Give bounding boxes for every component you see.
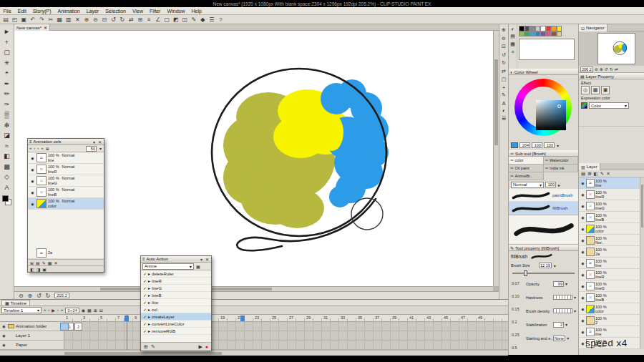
action-set-select[interactable]: Anime ▾ xyxy=(142,263,194,270)
menu-item[interactable]: Filter xyxy=(147,9,165,14)
color-swatch[interactable] xyxy=(557,31,562,37)
help-icon[interactable]: ? xyxy=(216,16,225,24)
redo-icon[interactable]: ↷ xyxy=(37,16,47,24)
chevron-down-icon[interactable]: ▾ xyxy=(556,143,560,148)
parameter-value[interactable]: None xyxy=(553,336,565,341)
timeline-ruler[interactable]: 1357911131517192123252729313335373941434… xyxy=(0,315,508,322)
visibility-eye-icon[interactable]: ◉ xyxy=(30,179,35,183)
timeline-select[interactable]: Timeline 1 ▾ xyxy=(1,307,42,313)
layer-row[interactable]: ◉ 100 % color xyxy=(579,223,640,235)
color-swatch[interactable] xyxy=(535,26,541,31)
action-row[interactable]: ✓ ▸ createLayer xyxy=(141,313,211,321)
track-header[interactable]: ◉ Animation folder xyxy=(0,322,64,331)
track-header[interactable]: ◉ Paper xyxy=(0,341,64,349)
preset-value[interactable]: 0.15 xyxy=(512,303,526,315)
select-none-icon[interactable]: ▢ xyxy=(162,16,172,24)
track-body[interactable] xyxy=(64,341,508,349)
pen-icon[interactable]: ✎ xyxy=(502,92,506,98)
delete-layer-icon[interactable]: ✕ xyxy=(606,171,610,177)
figure-tool-icon[interactable]: ◇ xyxy=(1,172,13,182)
brush-item[interactable]: fillBrush xyxy=(509,202,578,215)
preset-value[interactable]: 0.25 xyxy=(512,328,526,341)
expand-arrow-icon[interactable]: ▸ xyxy=(148,328,150,333)
register-cel-icon[interactable]: ⊞ xyxy=(30,260,34,265)
record-action-icon[interactable]: ● xyxy=(205,344,208,350)
visibility-eye-icon[interactable]: ◉ xyxy=(30,167,35,172)
rotate-left-icon[interactable]: ↺ xyxy=(109,16,118,24)
rotate-cw-icon[interactable]: ↻ xyxy=(502,60,506,66)
menu-icon[interactable]: ☰ xyxy=(502,116,506,122)
rotate-cw-icon[interactable]: ↻ xyxy=(610,67,613,72)
onion-prev-icon[interactable]: ◧ xyxy=(30,267,34,272)
main-color-chip[interactable] xyxy=(2,195,9,202)
expand-arrow-icon[interactable]: ▸ xyxy=(148,285,150,290)
sub-tool-tab[interactable]: ✑AnimeBr.. xyxy=(509,172,544,180)
hue-ring[interactable] xyxy=(514,79,572,136)
marquee-tool-icon[interactable]: ▢ xyxy=(1,47,13,58)
cel-settings-icon[interactable]: ▦ xyxy=(48,260,52,265)
color-swatch[interactable] xyxy=(546,31,552,37)
fit-screen-icon[interactable]: ⊡ xyxy=(100,16,109,24)
blend-opacity-value[interactable]: 100 xyxy=(545,182,556,187)
color-picker-dot[interactable] xyxy=(557,104,561,108)
check-icon[interactable]: ✓ xyxy=(143,278,147,283)
animation-cels-titlebar[interactable]: ≡ Animation cels ▾ ✕ xyxy=(28,139,104,145)
color-swatch[interactable] xyxy=(519,31,525,37)
pen-settings-icon[interactable]: ✎ xyxy=(190,16,199,24)
menu-item[interactable]: Help xyxy=(188,9,205,14)
expand-arrow-icon[interactable]: ▸ xyxy=(148,278,150,283)
rotate-ccw-icon[interactable]: ↺ xyxy=(34,292,44,300)
text-tool-icon[interactable]: A xyxy=(1,182,13,193)
move-tool-icon[interactable]: + xyxy=(1,37,13,48)
action-row[interactable]: ✓ ▸ lineR xyxy=(141,278,211,285)
play-icon[interactable]: ▶ xyxy=(52,308,55,313)
gradient-tool-icon[interactable]: ▩ xyxy=(1,162,13,172)
chevron-down-icon[interactable]: ▾ xyxy=(573,295,577,300)
expand-arrow-icon[interactable]: ▸ xyxy=(148,314,150,319)
visibility-eye-icon[interactable]: ◉ xyxy=(580,250,585,254)
launcher-icon[interactable]: ☰ xyxy=(208,16,217,24)
visibility-eye-icon[interactable]: ◉ xyxy=(580,192,585,197)
border-effect-icon[interactable]: ◎ xyxy=(581,86,590,94)
color-swatch[interactable] xyxy=(540,26,546,31)
zoom-in-icon[interactable]: ⊕ xyxy=(502,27,506,33)
menu-item[interactable]: Story(P) xyxy=(29,9,54,14)
snap-ruler-icon[interactable]: ≡ xyxy=(145,16,154,24)
cel-layer-row[interactable]: ◉ 100 %Normal line xyxy=(28,152,104,164)
layer-color-effect-icon[interactable]: ▣ xyxy=(601,86,610,94)
color-swatch[interactable] xyxy=(530,31,535,37)
cel-layer-row[interactable]: ◉ 100 %Normal lineB xyxy=(28,187,104,198)
eyedropper-icon[interactable]: ◓ xyxy=(502,85,505,90)
track-eye-icon[interactable]: ◉ xyxy=(1,333,6,338)
action-menu-icon[interactable]: ▦ xyxy=(195,264,201,269)
brush-item[interactable]: paintBrush xyxy=(509,189,578,202)
action-row[interactable]: ✓ ▸ col xyxy=(141,306,211,313)
new-folder-icon[interactable]: ⊞ xyxy=(587,171,591,177)
sub-tool-tab[interactable]: ✑Watercolor xyxy=(544,157,579,165)
eraser-tool-icon[interactable]: ◪ xyxy=(1,130,13,141)
zoom-out-icon[interactable]: ⊖ xyxy=(91,16,100,24)
check-icon[interactable]: ✓ xyxy=(143,293,147,298)
parameter-segment-control[interactable] xyxy=(553,295,572,300)
zoom-in-icon[interactable]: ⊕ xyxy=(600,67,603,72)
go-end-icon[interactable]: » xyxy=(61,308,63,313)
loop-icon[interactable]: ◉ xyxy=(82,308,85,313)
new-canvas-icon[interactable]: ▤ xyxy=(1,16,11,24)
rotate-right-icon[interactable]: ↻ xyxy=(118,16,127,24)
material-icon[interactable]: ◆ xyxy=(198,16,208,24)
close-icon[interactable]: ✕ xyxy=(97,140,102,145)
parameter-value[interactable]: 2 xyxy=(553,322,564,328)
scrollbar-thumb[interactable] xyxy=(494,59,498,145)
auto-select-tool-icon[interactable]: ✳ xyxy=(1,58,13,69)
invert-selection-icon[interactable]: ◩ xyxy=(172,16,181,24)
color-swatch[interactable] xyxy=(525,26,530,31)
preset-value[interactable]: 0.10 xyxy=(512,290,526,303)
color-wheel-icon[interactable]: ◐ xyxy=(511,26,514,31)
delete-cel-icon[interactable]: ✕ xyxy=(54,260,57,265)
cel-group-row[interactable]: ◉ 2a xyxy=(28,248,104,259)
expression-color-select[interactable]: Color ▾ xyxy=(589,102,629,109)
track-body[interactable] xyxy=(64,322,508,331)
expand-arrow-icon[interactable]: ▸ xyxy=(148,293,150,298)
snap-special-ruler-icon[interactable]: ∠ xyxy=(154,16,163,24)
visibility-eye-icon[interactable]: ◉ xyxy=(580,227,585,231)
